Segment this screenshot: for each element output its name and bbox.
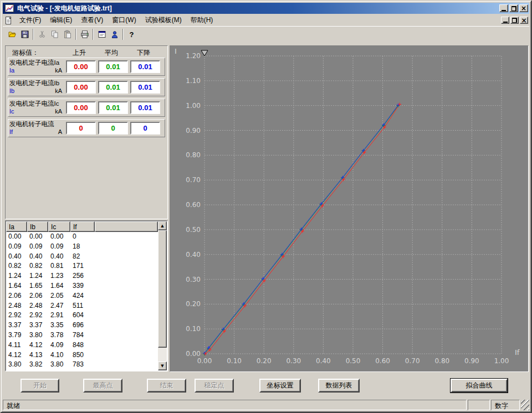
table-cell: 0: [70, 232, 95, 242]
table-scrollbar[interactable]: ▲ ▼: [158, 221, 167, 370]
table-row[interactable]: 0.090.090.0918: [6, 242, 158, 252]
cursor-value-Ic-0: 0.00: [66, 101, 96, 114]
y-tick-label: 0.50: [186, 226, 201, 234]
cursor-values-label: 游标值：: [8, 48, 63, 58]
fit-curve-button[interactable]: 拟合曲线: [451, 379, 508, 393]
menu-item-1[interactable]: 编辑(E): [45, 14, 76, 27]
column-header-filler: [95, 221, 158, 232]
table-row[interactable]: 3.373.373.35696: [6, 321, 158, 331]
x-axis-label: If: [515, 348, 520, 357]
scroll-thumb[interactable]: [158, 230, 167, 348]
table-row[interactable]: 3.793.803.78784: [6, 331, 158, 340]
table-row[interactable]: 1.641.651.64339: [6, 281, 158, 291]
menu-item-0[interactable]: 文件(F): [15, 14, 45, 27]
signal-unit: A: [58, 128, 62, 136]
cursor-value-Ia-0: 0.00: [66, 60, 96, 73]
document-icon[interactable]: [5, 17, 14, 24]
child-close-button[interactable]: ×: [520, 17, 528, 24]
print-icon[interactable]: [78, 28, 91, 40]
properties-icon[interactable]: [95, 28, 108, 40]
table-cell: 2.47: [48, 301, 70, 311]
column-header-average: 平均: [95, 48, 127, 58]
close-button[interactable]: ×: [519, 4, 528, 12]
table-cell: 3.35: [48, 321, 70, 331]
minimize-button[interactable]: [499, 4, 508, 12]
x-tick-label: 0.30: [286, 357, 301, 365]
toolbar: ?: [3, 26, 529, 42]
table-cell: 850: [70, 350, 95, 360]
table-cell: 2.05: [48, 291, 70, 301]
table-row[interactable]: 0.820.820.81171: [6, 261, 158, 271]
table-row[interactable]: 0.000.000.000: [6, 232, 158, 242]
highest-point-button: 最高点: [83, 379, 122, 393]
num-lock-indicator: 数字: [491, 400, 520, 410]
paste-icon[interactable]: [61, 28, 74, 40]
cursor-value-Ib-0: 0.00: [66, 81, 96, 94]
table-cell: 0.40: [27, 252, 48, 262]
about-icon[interactable]: [108, 28, 121, 40]
help-icon[interactable]: ?: [125, 28, 138, 40]
data-list-button[interactable]: 数据列表: [318, 379, 360, 393]
table-cell: 1.24: [6, 271, 27, 281]
table-row[interactable]: 2.922.922.91604: [6, 311, 158, 321]
menu-item-3[interactable]: 窗口(W): [108, 14, 140, 27]
restore-button[interactable]: [509, 4, 518, 12]
y-tick-label: 0.10: [186, 325, 201, 333]
column-header-Ia[interactable]: Ia: [6, 221, 27, 232]
table-cell: 2.92: [6, 311, 27, 321]
cut-icon[interactable]: [35, 28, 48, 40]
cursor-value-Ia-2: 0.01: [130, 60, 160, 73]
open-icon[interactable]: [6, 28, 18, 40]
table-cell: 1.24: [27, 271, 48, 281]
table-cell: 424: [70, 291, 95, 301]
menu-item-2[interactable]: 查看(V): [76, 14, 108, 27]
menu-item-5[interactable]: 帮助(H): [186, 14, 218, 27]
column-header-Ib[interactable]: Ib: [27, 221, 48, 232]
table-cell: 0.82: [6, 261, 27, 271]
table-row[interactable]: 2.482.482.47511: [6, 301, 158, 311]
save-icon[interactable]: [18, 28, 31, 40]
scroll-up-button[interactable]: ▲: [158, 221, 167, 230]
x-tick-label: 0.00: [197, 357, 212, 365]
signal-symbol: Ic: [9, 108, 14, 116]
child-restore-button[interactable]: [510, 17, 519, 24]
cursor-row-Ic: 发电机定子电流IcIckA0.000.010.01: [8, 99, 165, 117]
table-cell: 18: [70, 242, 95, 252]
child-minimize-button[interactable]: [501, 17, 509, 24]
table-row[interactable]: 3.803.823.80783: [6, 360, 158, 370]
minimize-icon: [502, 10, 506, 11]
table-row[interactable]: 1.241.241.23256: [6, 271, 158, 281]
table-row[interactable]: 4.124.134.10850: [6, 350, 158, 360]
table-cell: 3.79: [6, 331, 27, 340]
cursor-values-panel: 游标值： 上升 平均 下降 发电机定子电流IaIakA0.000.010.01发…: [5, 45, 168, 219]
resize-grip[interactable]: [521, 400, 529, 410]
y-tick-label: 0.30: [186, 276, 201, 283]
stable-point-button: 稳定点: [195, 379, 234, 393]
table-cell: 3.37: [27, 321, 48, 331]
copy-icon[interactable]: [48, 28, 61, 40]
signal-name: 发电机定子电流Ia: [9, 59, 64, 66]
menu-bar: 文件(F)编辑(E)查看(V)窗口(W)试验模板(M)帮助(H) ×: [3, 14, 529, 26]
signal-symbol: Ib: [9, 87, 14, 95]
table-cell: 783: [70, 360, 95, 370]
table-cell: 4.13: [27, 350, 48, 360]
table-cell: 2.48: [27, 301, 48, 311]
table-row[interactable]: 2.062.062.05424: [6, 291, 158, 301]
scroll-down-button[interactable]: ▼: [158, 362, 167, 370]
signal-unit: kA: [55, 67, 62, 75]
table-cell: 848: [70, 340, 95, 350]
table-row[interactable]: 0.400.400.4082: [6, 252, 158, 262]
table-row[interactable]: 4.114.124.09848: [6, 340, 158, 350]
column-header-Ic[interactable]: Ic: [48, 221, 70, 232]
title-bar[interactable]: 电气试验 - [-发电机短路试验.trt] ×: [3, 3, 529, 14]
coordinate-settings-button[interactable]: 坐标设置: [259, 379, 301, 393]
x-tick-label: 0.50: [346, 357, 361, 365]
table-cell: 1.64: [6, 281, 27, 291]
column-header-If[interactable]: If: [70, 221, 95, 232]
table-cell: 256: [70, 271, 95, 281]
y-axis-label: I: [175, 47, 177, 55]
table-cell: 0.09: [6, 242, 27, 252]
menu-item-4[interactable]: 试验模板(M): [141, 14, 186, 27]
table-cell: 82: [70, 252, 95, 262]
table-header: IaIbIcIf: [6, 221, 158, 232]
